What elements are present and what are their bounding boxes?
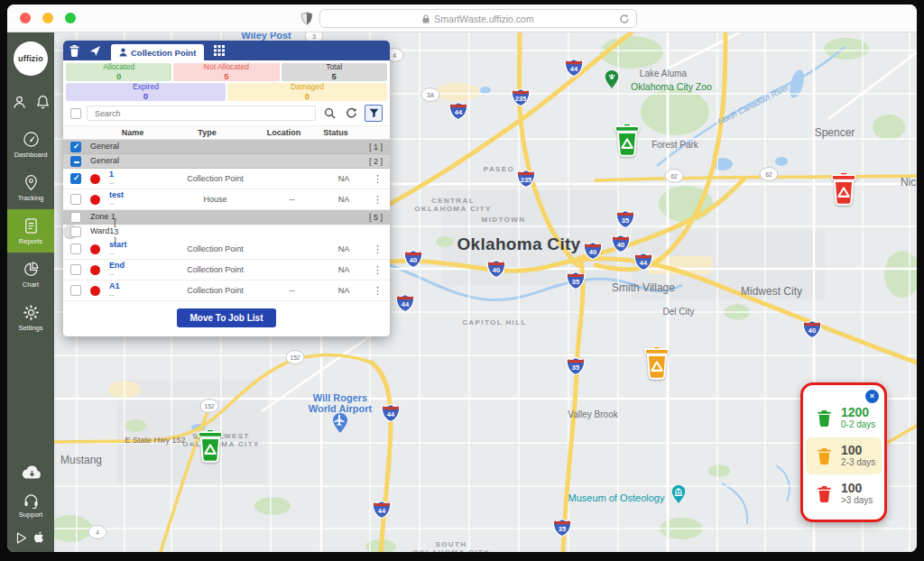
collection-point-panel: Collection Point Allocated 0 Not Allocat… <box>63 41 390 336</box>
row-checkbox[interactable] <box>70 156 81 167</box>
reload-icon[interactable] <box>619 14 630 24</box>
row-checkbox[interactable] <box>70 285 81 296</box>
stat-cell: Total 5 <box>282 63 387 81</box>
row-name-link[interactable]: Zone 1 <box>90 213 116 222</box>
map-label: PASEO <box>484 165 514 173</box>
bell-icon[interactable] <box>35 95 51 110</box>
sidebar-item-support[interactable]: Support <box>19 493 42 519</box>
row-menu-icon[interactable]: ⋮ <box>373 285 383 297</box>
museum-pin-icon[interactable] <box>672 485 686 507</box>
row-type: Collection Point <box>172 265 258 274</box>
interstate-shield: 35 <box>615 210 635 233</box>
svg-text:44: 44 <box>402 300 410 308</box>
table-row[interactable]: Ward1 [ 3 ] ⋮ <box>63 225 78 239</box>
table-row[interactable]: General [ 2 ] ⋮ <box>63 154 390 169</box>
row-name-link[interactable]: start <box>109 241 172 250</box>
svg-text:152: 152 <box>205 403 215 409</box>
row-name-link[interactable]: End <box>109 262 172 271</box>
svg-text:40: 40 <box>808 326 816 335</box>
map-label: Oklahoma City Zoo <box>631 81 712 92</box>
row-checkbox[interactable] <box>70 226 81 237</box>
row-checkbox[interactable] <box>70 173 81 184</box>
row-count: [ 1 ] <box>369 143 383 152</box>
row-name-link[interactable]: Ward1 <box>90 227 114 236</box>
uffizio-logo: uffizio <box>14 41 48 76</box>
row-count: [ 5 ] <box>369 213 383 222</box>
map-canvas[interactable]: Wiley PostLake AlumaOklahoma City ZooFor… <box>54 32 917 552</box>
table-row[interactable]: 1 -- Collection Point NA ⋮ <box>63 169 390 189</box>
refresh-icon[interactable] <box>343 106 359 122</box>
airport-pin-icon[interactable] <box>333 413 347 437</box>
row-status: NA <box>326 174 362 183</box>
row-checkbox[interactable] <box>70 194 81 205</box>
table-row[interactable]: start -- Collection Point NA ⋮ <box>63 239 390 260</box>
privacy-shield-icon[interactable] <box>300 12 313 25</box>
row-checkbox[interactable] <box>70 244 81 254</box>
interstate-shield: 40 <box>611 235 631 257</box>
filter-button[interactable] <box>365 105 383 122</box>
table-row[interactable]: test -- House -- NA ⋮ <box>63 189 390 210</box>
legend-range: 0-2 days <box>841 419 875 430</box>
row-type: Collection Point <box>172 244 258 253</box>
row-menu-icon[interactable]: ⋮ <box>373 194 383 206</box>
row-checkbox[interactable] <box>70 212 81 223</box>
search-input[interactable] <box>93 108 310 119</box>
bin-marker[interactable] <box>828 171 859 211</box>
zoom-button[interactable] <box>65 13 76 23</box>
google-play-icon[interactable] <box>16 532 27 544</box>
row-menu-icon[interactable]: ⋮ <box>373 244 383 255</box>
table-row[interactable]: Zone 1 [ 5 ] ⋮ <box>63 210 390 225</box>
svg-text:4: 4 <box>96 529 99 536</box>
svg-text:152: 152 <box>291 354 300 361</box>
legend-row[interactable]: 100 2-3 days <box>806 437 882 474</box>
legend-bin-icon <box>815 484 834 504</box>
table-row[interactable]: End -- Collection Point NA ⋮ <box>63 260 390 280</box>
bin-marker[interactable] <box>195 428 226 468</box>
row-name-link[interactable]: 1 <box>109 170 172 179</box>
bin-marker[interactable] <box>612 123 642 162</box>
url-field[interactable]: SmartWaste.uffizio.com <box>319 9 637 28</box>
bin-marker[interactable] <box>642 345 672 385</box>
row-menu-icon[interactable]: ⋮ <box>373 264 383 276</box>
apple-icon[interactable] <box>33 531 45 545</box>
svg-text:235: 235 <box>515 95 527 103</box>
row-checkbox[interactable] <box>70 142 81 152</box>
row-checkbox[interactable] <box>70 264 81 275</box>
cloud-download-icon[interactable] <box>19 464 42 481</box>
legend-close-button[interactable]: × <box>865 390 879 403</box>
legend-range: >3 days <box>841 495 873 506</box>
map-label: Wiley Post <box>241 32 291 41</box>
stat-cell: Expired 0 <box>66 83 226 101</box>
sidebar-item-reports[interactable]: Reports <box>7 209 54 253</box>
search-icon[interactable] <box>321 106 337 122</box>
row-name-link[interactable]: General <box>90 157 119 166</box>
tab-collection-point[interactable]: Collection Point <box>111 44 204 60</box>
navigate-arrow-icon[interactable] <box>89 45 101 57</box>
interstate-shield: 235 <box>516 170 536 192</box>
move-to-job-list-button[interactable]: Move To Job List <box>177 308 277 327</box>
sidebar-item-chart[interactable]: Chart <box>7 253 54 296</box>
column-header-status: Status <box>318 128 354 137</box>
sidebar-item-settings[interactable]: Settings <box>7 296 54 339</box>
sidebar-item-tracking[interactable]: Tracking <box>7 166 54 209</box>
row-name-link[interactable]: test <box>109 191 172 200</box>
row-name-link[interactable]: General <box>90 143 119 152</box>
select-all-checkbox[interactable] <box>70 108 81 119</box>
trash-icon[interactable] <box>69 45 79 57</box>
minimize-button[interactable] <box>42 13 53 23</box>
legend-row[interactable]: 1200 0-2 days <box>806 400 882 437</box>
route-shield: 152 <box>199 399 219 418</box>
zoo-pin-icon[interactable] <box>605 70 619 92</box>
user-icon[interactable] <box>12 95 27 110</box>
table-row[interactable]: A1 -- Collection Point -- NA ⋮ <box>63 280 390 301</box>
row-name-link[interactable]: A1 <box>109 282 172 291</box>
legend-row[interactable]: 100 >3 days <box>806 475 882 512</box>
table-row[interactable]: General [ 1 ] ⋮ <box>63 140 390 154</box>
close-button[interactable] <box>20 13 31 23</box>
search-box[interactable] <box>87 106 316 121</box>
search-row <box>63 102 390 125</box>
row-type: House <box>172 195 258 204</box>
sidebar-item-dashboard[interactable]: Dashboard <box>7 123 54 166</box>
grid-icon[interactable] <box>214 45 225 56</box>
row-menu-icon[interactable]: ⋮ <box>373 173 383 185</box>
